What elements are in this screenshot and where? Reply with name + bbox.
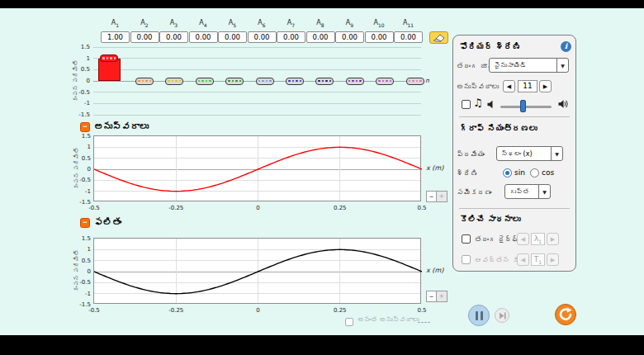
amplitude-value-A4[interactable]: 0.00 xyxy=(189,31,218,43)
harmonics-chart-header: − అనుస్వరాలు xyxy=(80,121,149,132)
step-forward-button[interactable] xyxy=(495,308,509,323)
amplitude-value-A10[interactable]: 0.00 xyxy=(365,31,394,43)
gridline-horizontal xyxy=(93,47,421,48)
harmonics-increment-button[interactable]: ▶ xyxy=(539,80,552,92)
amplitude-label-A8: A8 xyxy=(305,19,335,28)
waveform-combobox[interactable]: సైనుసాయిడ్ ▼ xyxy=(489,58,569,73)
speaker-quiet-icon xyxy=(487,100,495,109)
sound-checkbox[interactable] xyxy=(462,100,471,109)
sin-radio-button[interactable] xyxy=(503,168,512,178)
music-note-icon: ♫ xyxy=(473,97,483,108)
volume-slider-thumb[interactable] xyxy=(520,100,526,112)
x-tick-label: -0.5 xyxy=(78,205,111,211)
grip-dot xyxy=(269,80,272,83)
wavelength-decrement-button[interactable]: ◀ xyxy=(517,233,529,245)
amplitude-value-A11[interactable]: 0.00 xyxy=(394,31,423,43)
sum-zoom-in-button[interactable]: + xyxy=(437,291,447,302)
amplitude-label-sub: 3 xyxy=(174,22,178,28)
equation-combobox[interactable]: గుప్త ▼ xyxy=(504,184,551,199)
eraser-button[interactable] xyxy=(429,31,448,44)
y-tick-label: -0.5 xyxy=(69,177,91,183)
grip-dot xyxy=(352,80,354,83)
amplitude-slider-thumb-A11[interactable] xyxy=(406,78,424,85)
grip-dot xyxy=(179,80,182,83)
sum-chart-title: ఫలితం xyxy=(94,217,121,228)
period-decrement-button[interactable]: ◀ xyxy=(517,253,529,266)
sum-zoom-out-button[interactable]: − xyxy=(426,291,437,302)
y-tick-label: 1 xyxy=(68,55,90,62)
gridline-horizontal xyxy=(93,103,421,104)
amplitude-label-sub: 2 xyxy=(145,22,149,28)
amplitude-slider-thumb-A3[interactable] xyxy=(165,78,183,85)
amplitude-slider-thumb-A8[interactable] xyxy=(315,78,334,85)
grip-dot xyxy=(419,80,422,83)
grip-dot xyxy=(348,80,351,83)
harmonics-zoom-in-button[interactable]: + xyxy=(437,191,447,202)
control-panel: ఫోరియర్ శ్రేణి i తరంగ రూపం సైనుసాయిడ్ ▼ … xyxy=(452,35,576,272)
harmonics-count-label: అనుస్వరాలు xyxy=(457,83,499,91)
amplitude-label-A3: A3 xyxy=(159,19,189,28)
amplitude-value-A1[interactable]: 1.00 xyxy=(101,31,130,43)
eraser-icon xyxy=(433,34,445,42)
amplitude-value-A5[interactable]: 0.00 xyxy=(218,31,247,43)
amplitude-slider-thumb-A6[interactable] xyxy=(256,78,274,85)
y-tick-label: 1 xyxy=(69,144,91,150)
grip-dot xyxy=(390,80,392,83)
y-tick-label: 0.5 xyxy=(69,155,91,162)
period-checkbox[interactable] xyxy=(462,255,471,264)
amplitude-label-sub: 8 xyxy=(321,22,324,28)
x-tick-label: 0.25 xyxy=(324,307,357,314)
wavelength-checkbox[interactable] xyxy=(462,234,471,244)
amplitude-slider-thumb-A2[interactable] xyxy=(135,78,154,85)
grip-dot xyxy=(416,80,419,83)
amplitude-value-A7[interactable]: 0.00 xyxy=(277,31,305,43)
amplitude-label-A10: A10 xyxy=(364,19,394,28)
grip-dot xyxy=(239,80,242,83)
amplitude-value-A8[interactable]: 0.00 xyxy=(306,31,335,43)
amplitude-slider-thumb-A5[interactable] xyxy=(225,78,244,85)
info-button[interactable]: i xyxy=(561,41,571,52)
amplitude-slider-thumb-A10[interactable] xyxy=(376,78,394,85)
y-tick-label: 0 xyxy=(69,268,91,275)
amplitude-value-A2[interactable]: 0.00 xyxy=(130,31,159,43)
y-tick-label: 1 xyxy=(69,246,91,253)
volume-slider-track[interactable] xyxy=(500,106,552,108)
period-increment-button[interactable]: ▶ xyxy=(547,253,559,266)
grip-dot xyxy=(258,80,261,83)
amplitude-label-sub: 1 xyxy=(116,22,119,28)
sum-collapse-button[interactable]: − xyxy=(80,218,90,228)
wavelength-symbol-value: λ1 xyxy=(531,233,545,245)
grip-dot xyxy=(201,80,204,83)
amplitudes-x-axis-label: n xyxy=(425,77,429,84)
wavelength-increment-button[interactable]: ▶ xyxy=(547,233,559,245)
amplitude-label-A5: A5 xyxy=(218,19,248,28)
amplitude-value-A6[interactable]: 0.00 xyxy=(248,31,277,43)
amplitude-value-A3[interactable]: 0.00 xyxy=(159,31,188,43)
amplitudes-chart: కంపన పరిమితి n 1.510.50-0.5-1-1.5 xyxy=(93,47,421,115)
cos-radio-button[interactable] xyxy=(530,168,539,178)
function-of-combobox[interactable]: స్థలం (x) ▼ xyxy=(496,146,563,161)
grip-dot xyxy=(107,57,109,59)
pause-button[interactable] xyxy=(468,305,490,326)
reset-all-button[interactable] xyxy=(555,304,576,325)
x-tick-label: 0.5 xyxy=(405,205,438,211)
amplitude-label-A4: A4 xyxy=(188,19,218,28)
amplitude-slider-thumb-A9[interactable] xyxy=(346,78,364,85)
amplitude-slider-thumb-A4[interactable] xyxy=(196,78,214,85)
amplitude-value-A9[interactable]: 0.00 xyxy=(335,31,364,43)
infinite-harmonics-checkbox[interactable] xyxy=(345,318,353,326)
harmonics-collapse-button[interactable]: − xyxy=(80,122,90,132)
amplitude-slider-thumb-A1[interactable] xyxy=(100,54,118,62)
harmonics-decrement-button[interactable]: ◀ xyxy=(503,80,515,92)
amplitude-slider-thumb-A7[interactable] xyxy=(286,78,304,85)
grip-dot xyxy=(296,80,298,83)
grip-dot xyxy=(386,80,388,83)
y-tick-label: 1.5 xyxy=(69,133,91,140)
grip-dot xyxy=(206,80,208,83)
dropdown-arrow-icon: ▼ xyxy=(538,185,550,198)
waveform-value: సైనుసాయిడ్ xyxy=(490,62,556,69)
harmonics-zoom-out-button[interactable]: − xyxy=(426,191,437,202)
infinite-harmonics-dashed-line-icon xyxy=(418,322,430,323)
harmonics-chart: కంపన పరిమితి x (m) 1.510.50-0.5-1-1.5-0.… xyxy=(93,135,421,201)
x-tick-label: 0.5 xyxy=(405,307,438,314)
